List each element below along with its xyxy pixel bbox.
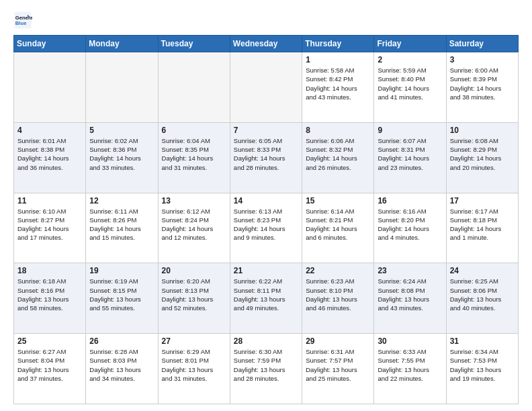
day-info: Sunrise: 6:16 AM Sunset: 8:20 PM Dayligh… <box>378 207 442 242</box>
table-row <box>158 52 230 123</box>
day-info: Sunrise: 6:05 AM Sunset: 8:33 PM Dayligh… <box>234 136 298 172</box>
day-number: 22 <box>306 266 370 275</box>
logo-icon: General Blue <box>13 11 32 30</box>
day-info: Sunrise: 6:20 AM Sunset: 8:13 PM Dayligh… <box>162 277 226 312</box>
table-row: 13Sunrise: 6:12 AM Sunset: 8:24 PM Dayli… <box>158 193 230 263</box>
table-row: 12Sunrise: 6:11 AM Sunset: 8:26 PM Dayli… <box>86 193 158 263</box>
day-number: 25 <box>17 336 82 346</box>
weekday-header: Wednesday <box>230 36 302 52</box>
day-info: Sunrise: 6:23 AM Sunset: 8:10 PM Dayligh… <box>306 277 370 312</box>
day-info: Sunrise: 6:12 AM Sunset: 8:24 PM Dayligh… <box>162 207 226 242</box>
table-row: 24Sunrise: 6:25 AM Sunset: 8:06 PM Dayli… <box>446 263 518 334</box>
day-number: 3 <box>450 55 515 64</box>
day-number: 9 <box>378 126 442 135</box>
svg-text:General: General <box>15 15 32 21</box>
table-row: 8Sunrise: 6:06 AM Sunset: 8:32 PM Daylig… <box>302 122 374 193</box>
table-row: 19Sunrise: 6:19 AM Sunset: 8:15 PM Dayli… <box>86 263 158 334</box>
table-row: 26Sunrise: 6:28 AM Sunset: 8:03 PM Dayli… <box>86 334 158 404</box>
day-number: 23 <box>378 266 442 275</box>
table-row: 10Sunrise: 6:08 AM Sunset: 8:29 PM Dayli… <box>446 122 518 193</box>
day-number: 26 <box>89 336 154 346</box>
day-number: 16 <box>378 196 442 205</box>
weekday-header: Thursday <box>302 36 374 52</box>
day-info: Sunrise: 6:11 AM Sunset: 8:26 PM Dayligh… <box>89 207 154 242</box>
table-row: 29Sunrise: 6:31 AM Sunset: 7:57 PM Dayli… <box>302 334 374 404</box>
day-info: Sunrise: 6:27 AM Sunset: 8:04 PM Dayligh… <box>17 347 82 383</box>
day-info: Sunrise: 6:04 AM Sunset: 8:35 PM Dayligh… <box>162 136 226 172</box>
day-number: 11 <box>17 196 82 205</box>
weekday-header: Monday <box>86 36 158 52</box>
day-info: Sunrise: 6:19 AM Sunset: 8:15 PM Dayligh… <box>89 277 154 312</box>
table-row: 27Sunrise: 6:29 AM Sunset: 8:01 PM Dayli… <box>158 334 230 404</box>
day-info: Sunrise: 6:10 AM Sunset: 8:27 PM Dayligh… <box>17 207 82 242</box>
day-info: Sunrise: 6:34 AM Sunset: 7:53 PM Dayligh… <box>450 347 515 383</box>
table-row: 2Sunrise: 5:59 AM Sunset: 8:40 PM Daylig… <box>374 52 446 123</box>
day-number: 24 <box>450 266 515 275</box>
table-row: 9Sunrise: 6:07 AM Sunset: 8:31 PM Daylig… <box>374 122 446 193</box>
table-row: 17Sunrise: 6:17 AM Sunset: 8:18 PM Dayli… <box>446 193 518 263</box>
table-row: 15Sunrise: 6:14 AM Sunset: 8:21 PM Dayli… <box>302 193 374 263</box>
day-number: 19 <box>89 266 154 275</box>
day-number: 13 <box>162 196 226 205</box>
day-number: 7 <box>234 126 298 135</box>
table-row: 21Sunrise: 6:22 AM Sunset: 8:11 PM Dayli… <box>230 263 302 334</box>
table-row: 4Sunrise: 6:01 AM Sunset: 8:38 PM Daylig… <box>14 122 86 193</box>
table-row <box>230 52 302 123</box>
table-row: 14Sunrise: 6:13 AM Sunset: 8:23 PM Dayli… <box>230 193 302 263</box>
day-number: 5 <box>89 126 154 135</box>
day-info: Sunrise: 6:22 AM Sunset: 8:11 PM Dayligh… <box>234 277 298 312</box>
table-row: 28Sunrise: 6:30 AM Sunset: 7:59 PM Dayli… <box>230 334 302 404</box>
day-number: 2 <box>378 55 442 64</box>
day-number: 28 <box>234 336 298 346</box>
logo: General Blue <box>13 11 35 30</box>
day-number: 18 <box>17 266 82 275</box>
day-info: Sunrise: 5:59 AM Sunset: 8:40 PM Dayligh… <box>378 66 442 101</box>
table-row: 30Sunrise: 6:33 AM Sunset: 7:55 PM Dayli… <box>374 334 446 404</box>
day-number: 1 <box>306 55 370 64</box>
calendar-week-row: 1Sunrise: 5:58 AM Sunset: 8:42 PM Daylig… <box>14 52 519 123</box>
day-number: 17 <box>450 196 515 205</box>
day-info: Sunrise: 6:28 AM Sunset: 8:03 PM Dayligh… <box>89 347 154 383</box>
svg-text:Blue: Blue <box>15 20 27 26</box>
day-info: Sunrise: 6:29 AM Sunset: 8:01 PM Dayligh… <box>162 347 226 383</box>
day-info: Sunrise: 6:25 AM Sunset: 8:06 PM Dayligh… <box>450 277 515 312</box>
day-number: 30 <box>378 336 442 346</box>
calendar-week-row: 18Sunrise: 6:18 AM Sunset: 8:16 PM Dayli… <box>14 263 519 334</box>
table-row: 25Sunrise: 6:27 AM Sunset: 8:04 PM Dayli… <box>14 334 86 404</box>
table-row: 20Sunrise: 6:20 AM Sunset: 8:13 PM Dayli… <box>158 263 230 334</box>
day-number: 29 <box>306 336 370 346</box>
calendar-week-row: 25Sunrise: 6:27 AM Sunset: 8:04 PM Dayli… <box>14 334 519 404</box>
weekday-header: Saturday <box>446 36 518 52</box>
calendar-week-row: 11Sunrise: 6:10 AM Sunset: 8:27 PM Dayli… <box>14 193 519 263</box>
day-number: 20 <box>162 266 226 275</box>
day-info: Sunrise: 6:13 AM Sunset: 8:23 PM Dayligh… <box>234 207 298 242</box>
day-info: Sunrise: 6:17 AM Sunset: 8:18 PM Dayligh… <box>450 207 515 242</box>
table-row: 22Sunrise: 6:23 AM Sunset: 8:10 PM Dayli… <box>302 263 374 334</box>
day-number: 27 <box>162 336 226 346</box>
table-row: 6Sunrise: 6:04 AM Sunset: 8:35 PM Daylig… <box>158 122 230 193</box>
calendar-table: SundayMondayTuesdayWednesdayThursdayFrid… <box>13 35 519 404</box>
day-info: Sunrise: 6:33 AM Sunset: 7:55 PM Dayligh… <box>378 347 442 383</box>
day-number: 8 <box>306 126 370 135</box>
day-info: Sunrise: 6:06 AM Sunset: 8:32 PM Dayligh… <box>306 136 370 172</box>
day-info: Sunrise: 5:58 AM Sunset: 8:42 PM Dayligh… <box>306 66 370 101</box>
table-row: 31Sunrise: 6:34 AM Sunset: 7:53 PM Dayli… <box>446 334 518 404</box>
day-info: Sunrise: 6:08 AM Sunset: 8:29 PM Dayligh… <box>450 136 515 172</box>
day-info: Sunrise: 6:02 AM Sunset: 8:36 PM Dayligh… <box>89 136 154 172</box>
table-row <box>14 52 86 123</box>
table-row: 23Sunrise: 6:24 AM Sunset: 8:08 PM Dayli… <box>374 263 446 334</box>
table-row: 3Sunrise: 6:00 AM Sunset: 8:39 PM Daylig… <box>446 52 518 123</box>
day-number: 4 <box>17 126 82 135</box>
calendar-header-row: SundayMondayTuesdayWednesdayThursdayFrid… <box>14 36 519 52</box>
table-row: 18Sunrise: 6:18 AM Sunset: 8:16 PM Dayli… <box>14 263 86 334</box>
day-info: Sunrise: 6:30 AM Sunset: 7:59 PM Dayligh… <box>234 347 298 383</box>
weekday-header: Sunday <box>14 36 86 52</box>
day-number: 14 <box>234 196 298 205</box>
day-info: Sunrise: 6:18 AM Sunset: 8:16 PM Dayligh… <box>17 277 82 312</box>
day-number: 6 <box>162 126 226 135</box>
weekday-header: Tuesday <box>158 36 230 52</box>
day-number: 12 <box>89 196 154 205</box>
calendar-week-row: 4Sunrise: 6:01 AM Sunset: 8:38 PM Daylig… <box>14 122 519 193</box>
table-row: 5Sunrise: 6:02 AM Sunset: 8:36 PM Daylig… <box>86 122 158 193</box>
day-number: 10 <box>450 126 515 135</box>
